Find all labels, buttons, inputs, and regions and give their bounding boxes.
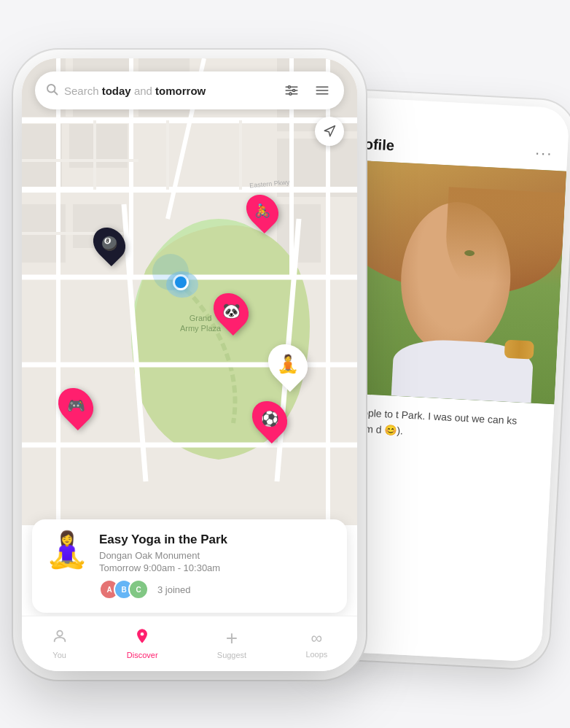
svg-point-34 [47, 85, 55, 93]
nav-you[interactable]: You [52, 628, 68, 659]
discover-icon [134, 628, 150, 648]
svg-point-47 [140, 632, 144, 637]
avatar-3: C [128, 579, 149, 600]
search-placeholder: Search today and tomorrow [64, 85, 274, 97]
profile-header: Profile ··· [334, 96, 570, 171]
joined-count: 3 joined [157, 584, 191, 595]
bio-text: her people to t Park. I was out we can k… [332, 403, 541, 447]
svg-point-33 [166, 271, 198, 298]
search-icon [45, 82, 58, 99]
svg-point-39 [288, 86, 290, 88]
svg-point-41 [289, 93, 292, 95]
discover-label: Discover [127, 651, 158, 659]
you-label: You [52, 651, 66, 659]
menu-dots[interactable]: ··· [534, 144, 553, 163]
svg-marker-45 [324, 126, 335, 136]
event-title: Easy Yoga in the Park [99, 533, 334, 547]
svg-point-46 [57, 631, 62, 636]
phone-main: Grand Army Plaza Eastern Pkwy Fulton 🚴 [22, 58, 357, 671]
nav-suggest[interactable]: + Suggest [217, 628, 246, 659]
svg-rect-7 [73, 204, 124, 248]
you-icon [52, 628, 68, 648]
event-card[interactable]: 🧘‍♀️ Easy Yoga in the Park Dongan Oak Mo… [32, 519, 347, 613]
search-bar[interactable]: Search today and tomorrow [35, 71, 344, 109]
bottom-nav: You Discover + Suggest ∞ Loops [22, 616, 357, 671]
event-emoji: 🧘‍♀️ [45, 533, 89, 568]
bio-location: • NYC [331, 443, 538, 465]
profile-photo [321, 159, 566, 404]
svg-text:Army Plaza: Army Plaza [180, 324, 222, 333]
svg-line-35 [55, 91, 58, 94]
filter-button[interactable] [280, 79, 303, 102]
svg-rect-4 [22, 124, 62, 190]
suggest-label: Suggest [217, 651, 246, 659]
map-area[interactable]: Grand Army Plaza Eastern Pkwy Fulton [22, 58, 357, 525]
list-button[interactable] [311, 79, 334, 102]
event-time: Tomorrow 9:00am - 10:30am [99, 562, 334, 573]
avatars: A B C [99, 579, 143, 600]
svg-text:Grand: Grand [190, 314, 212, 322]
svg-point-40 [293, 89, 295, 91]
app-scene: Profile ··· her people to t Pa [0, 0, 570, 728]
loops-icon: ∞ [311, 629, 323, 648]
event-location: Dongan Oak Monument [99, 550, 334, 561]
nav-loops[interactable]: ∞ Loops [305, 629, 327, 659]
event-joined: A B C 3 joined [99, 579, 334, 600]
nav-discover[interactable]: Discover [127, 628, 158, 659]
location-button[interactable] [315, 117, 344, 146]
suggest-icon: + [226, 628, 238, 648]
loops-label: Loops [305, 650, 327, 659]
search-actions [280, 79, 334, 102]
event-info: Easy Yoga in the Park Dongan Oak Monumen… [99, 533, 334, 600]
